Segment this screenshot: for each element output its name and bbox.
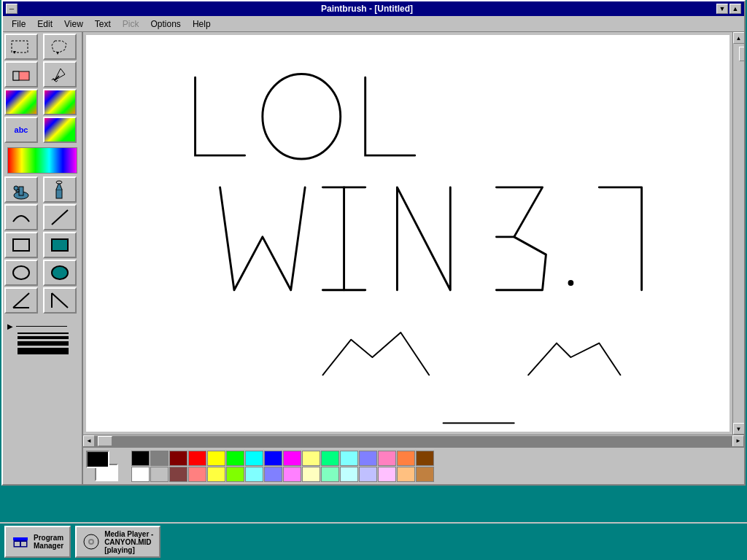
minimize-button[interactable]: ▼ <box>716 4 728 14</box>
eraser-tool[interactable] <box>4 61 38 88</box>
swatch-light-cyan[interactable] <box>245 467 263 482</box>
swatch-brown[interactable] <box>169 467 187 482</box>
ellipse-outline-tool[interactable] <box>4 260 38 286</box>
brush-size-5 <box>18 348 69 354</box>
swatch-tan[interactable] <box>416 467 434 482</box>
swatch-black[interactable] <box>131 451 150 466</box>
swatch-lavender[interactable] <box>359 467 377 482</box>
brush-size-row-1[interactable]: ▶ <box>7 322 77 330</box>
select-rect-tool[interactable] <box>4 34 38 60</box>
program-manager-svg <box>12 533 29 551</box>
svg-rect-9 <box>56 190 62 198</box>
horizontal-scrollbar[interactable]: ◄ ► <box>83 435 744 446</box>
swatch-cream[interactable] <box>302 467 320 482</box>
arrow-indicator: ▶ <box>7 322 13 330</box>
swatch-pink[interactable] <box>378 451 396 466</box>
menu-pick[interactable]: Pick <box>117 18 145 31</box>
swatch-pale-yellow[interactable] <box>302 451 320 466</box>
scroll-left-button[interactable]: ◄ <box>83 435 95 447</box>
swatch-mint[interactable] <box>321 467 339 482</box>
spray-tool[interactable] <box>4 176 38 203</box>
brush-size-row-3[interactable] <box>7 336 77 339</box>
brush-size-row-4[interactable] <box>7 341 77 346</box>
swatch-light-pink[interactable] <box>378 467 396 482</box>
curve-tool[interactable] <box>4 204 38 230</box>
swatch-light-magenta[interactable] <box>283 467 301 482</box>
swatch-white[interactable] <box>131 467 150 482</box>
select-free-tool[interactable] <box>43 34 77 60</box>
swatch-blue[interactable] <box>264 451 282 466</box>
svg-line-11 <box>52 210 68 225</box>
airbrush-tool[interactable]: abc <box>4 117 38 143</box>
svg-rect-4 <box>13 71 19 80</box>
swatch-light-blue[interactable] <box>264 467 282 482</box>
scroll-right-button[interactable]: ► <box>732 435 744 447</box>
brush-size-row-5[interactable] <box>7 348 77 354</box>
svg-point-8 <box>14 186 18 190</box>
scroll-down-button[interactable]: ▼ <box>733 423 745 435</box>
paint-tool[interactable] <box>43 176 77 203</box>
hscroll-track[interactable] <box>95 436 732 446</box>
menu-edit[interactable]: Edit <box>31 18 58 31</box>
swatch-light-yellow[interactable] <box>207 467 225 482</box>
line-icon <box>49 207 71 228</box>
media-player-icon <box>82 533 100 551</box>
system-menu-button[interactable]: ─ <box>6 4 18 14</box>
fill-icon <box>49 66 71 83</box>
swatch-red[interactable] <box>188 451 206 466</box>
svg-rect-23 <box>13 537 28 540</box>
menu-options[interactable]: Options <box>145 18 187 31</box>
ellipse-filled-tool[interactable] <box>43 260 77 286</box>
pencil-tool[interactable] <box>4 89 38 115</box>
window-controls: ▼ ▲ <box>716 4 741 14</box>
triangle-left-tool[interactable] <box>4 287 38 314</box>
rect-outline-tool[interactable] <box>4 232 38 258</box>
foreground-color[interactable] <box>86 451 109 468</box>
canvas-drawing <box>86 35 729 432</box>
taskbar-media-player[interactable]: Media Player -CANYON.MID[playing] <box>75 526 160 558</box>
hscroll-thumb[interactable] <box>98 436 112 446</box>
taskbar-program-manager[interactable]: ProgramManager <box>4 526 71 558</box>
svg-rect-12 <box>13 239 29 251</box>
select-rect-icon <box>10 38 32 55</box>
fill-tool[interactable] <box>43 61 77 88</box>
swatch-periwinkle[interactable] <box>359 451 377 466</box>
menu-help[interactable]: Help <box>187 18 217 31</box>
paint-canvas[interactable] <box>86 35 729 432</box>
swatch-green[interactable] <box>226 451 244 466</box>
text-tool[interactable] <box>43 89 77 115</box>
menu-text[interactable]: Text <box>89 18 117 31</box>
color-swatches <box>131 451 434 482</box>
rect-filled-tool[interactable] <box>43 232 77 258</box>
swatch-orange[interactable] <box>397 451 415 466</box>
tool-grid-2 <box>4 176 80 314</box>
swatch-aqua[interactable] <box>340 451 358 466</box>
brush-size-row-2[interactable] <box>7 332 77 334</box>
swatch-magenta[interactable] <box>283 451 301 466</box>
brush-tool[interactable] <box>43 117 77 143</box>
swatch-gray[interactable] <box>150 451 169 466</box>
swatch-light-gray[interactable] <box>150 467 169 482</box>
vscroll-thumb[interactable] <box>739 47 745 61</box>
swatch-peach[interactable] <box>397 467 415 482</box>
ellipse-outline-icon <box>10 262 32 283</box>
swatch-dark-brown[interactable] <box>416 451 434 466</box>
vertical-scrollbar[interactable]: ▲ ▼ <box>732 32 744 435</box>
swatch-spring-green[interactable] <box>321 451 339 466</box>
menu-view[interactable]: View <box>58 18 89 31</box>
ellipse-filled-icon <box>49 262 71 283</box>
swatch-light-aqua[interactable] <box>340 467 358 482</box>
swatch-light-green[interactable] <box>226 467 244 482</box>
swatch-light-red[interactable] <box>188 467 206 482</box>
menu-file[interactable]: File <box>6 18 31 31</box>
swatch-dark-red[interactable] <box>169 451 187 466</box>
swatch-cyan[interactable] <box>245 451 263 466</box>
select-free-icon <box>49 38 71 55</box>
canvas-area[interactable] <box>83 32 732 435</box>
maximize-button[interactable]: ▲ <box>729 4 741 14</box>
eraser-icon <box>10 66 32 83</box>
swatch-yellow[interactable] <box>207 451 225 466</box>
scroll-up-button[interactable]: ▲ <box>733 32 745 44</box>
triangle-right-tool[interactable] <box>43 287 77 314</box>
line-tool[interactable] <box>43 204 77 230</box>
